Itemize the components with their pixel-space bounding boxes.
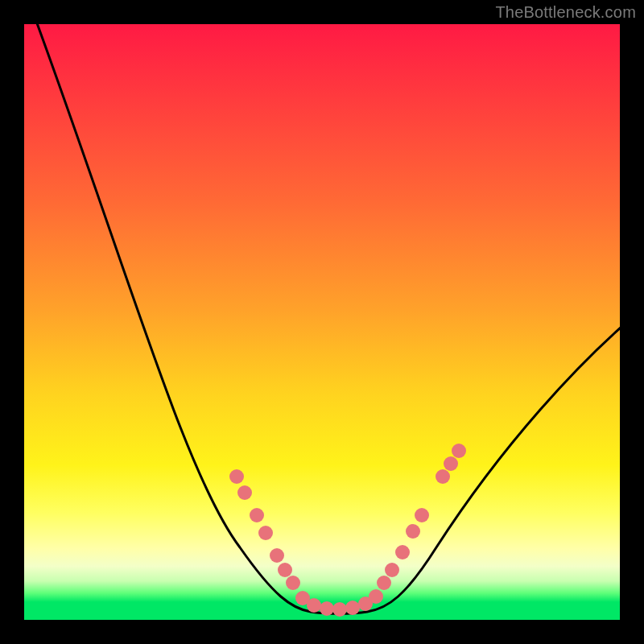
- data-marker: [332, 602, 347, 617]
- data-marker: [395, 545, 410, 559]
- data-marker: [286, 576, 300, 590]
- data-marker: [250, 508, 264, 522]
- marker-group: [229, 444, 466, 617]
- data-marker: [369, 589, 383, 604]
- data-marker: [278, 563, 292, 577]
- plot-area: [24, 24, 620, 620]
- data-marker: [385, 563, 399, 577]
- data-marker: [258, 526, 273, 540]
- data-marker: [345, 601, 360, 615]
- data-marker: [436, 469, 450, 484]
- data-marker: [320, 601, 334, 616]
- curve-svg: [24, 24, 620, 620]
- data-marker: [406, 524, 420, 539]
- data-marker: [452, 444, 466, 458]
- chart-frame: TheBottleneck.com: [0, 0, 644, 644]
- data-marker: [229, 469, 244, 484]
- watermark-text: TheBottleneck.com: [495, 3, 636, 22]
- data-marker: [270, 548, 284, 563]
- bottleneck-curve: [34, 14, 634, 613]
- data-marker: [307, 598, 321, 613]
- data-marker: [415, 508, 429, 522]
- data-marker: [444, 456, 458, 471]
- data-marker: [237, 485, 252, 500]
- data-marker: [377, 576, 391, 590]
